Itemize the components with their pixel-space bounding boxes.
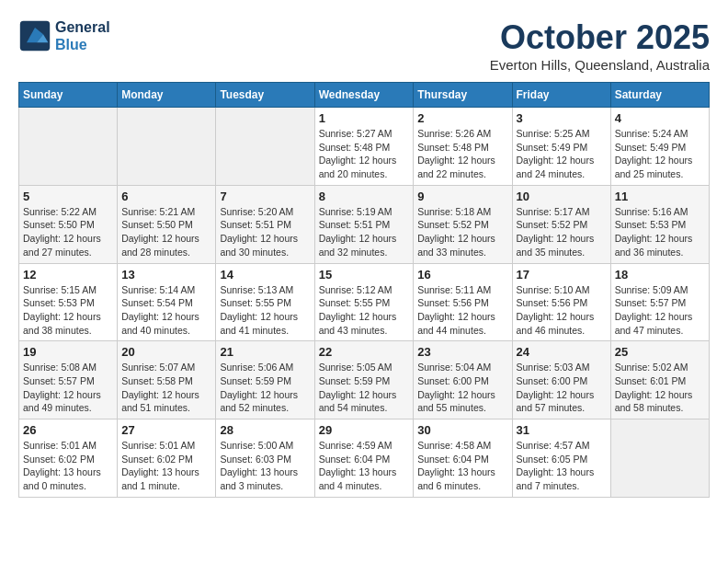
- day-cell: 2Sunrise: 5:26 AM Sunset: 5:48 PM Daylig…: [414, 108, 512, 186]
- day-cell: 23Sunrise: 5:04 AM Sunset: 6:00 PM Dayli…: [414, 341, 512, 419]
- day-number: 6: [121, 190, 211, 203]
- day-info: Sunrise: 5:07 AM Sunset: 5:58 PM Dayligh…: [121, 361, 211, 415]
- logo: General Blue: [18, 18, 110, 53]
- day-number: 3: [517, 111, 607, 125]
- logo-text: General Blue: [55, 18, 110, 53]
- day-cell: 19Sunrise: 5:08 AM Sunset: 5:57 PM Dayli…: [19, 341, 118, 419]
- day-cell: 12Sunrise: 5:15 AM Sunset: 5:53 PM Dayli…: [19, 263, 118, 341]
- day-info: Sunrise: 5:12 AM Sunset: 5:55 PM Dayligh…: [319, 283, 410, 338]
- day-number: 15: [319, 268, 410, 282]
- day-info: Sunrise: 4:58 AM Sunset: 6:04 PM Dayligh…: [417, 439, 507, 493]
- day-info: Sunrise: 4:59 AM Sunset: 6:04 PM Dayligh…: [319, 439, 410, 493]
- day-cell: [216, 108, 314, 186]
- day-info: Sunrise: 5:13 AM Sunset: 5:55 PM Dayligh…: [220, 283, 310, 338]
- location: Everton Hills, Queensland, Australia: [490, 57, 710, 73]
- day-cell: 9Sunrise: 5:18 AM Sunset: 5:52 PM Daylig…: [414, 185, 512, 263]
- day-cell: 8Sunrise: 5:19 AM Sunset: 5:51 PM Daylig…: [314, 185, 414, 263]
- day-cell: 6Sunrise: 5:21 AM Sunset: 5:50 PM Daylig…: [118, 185, 216, 263]
- days-header-row: SundayMondayTuesdayWednesdayThursdayFrid…: [19, 83, 710, 108]
- calendar-table: SundayMondayTuesdayWednesdayThursdayFrid…: [18, 82, 710, 498]
- day-info: Sunrise: 5:02 AM Sunset: 6:01 PM Dayligh…: [615, 361, 705, 415]
- day-number: 5: [23, 190, 113, 203]
- week-row-3: 12Sunrise: 5:15 AM Sunset: 5:53 PM Dayli…: [19, 263, 710, 341]
- day-number: 20: [121, 345, 211, 359]
- day-number: 2: [417, 111, 507, 125]
- day-cell: 4Sunrise: 5:24 AM Sunset: 5:49 PM Daylig…: [610, 108, 709, 186]
- day-info: Sunrise: 5:21 AM Sunset: 5:50 PM Dayligh…: [121, 205, 211, 259]
- header-monday: Monday: [118, 83, 216, 108]
- day-cell: 10Sunrise: 5:17 AM Sunset: 5:52 PM Dayli…: [512, 185, 610, 263]
- day-cell: 27Sunrise: 5:01 AM Sunset: 6:02 PM Dayli…: [118, 419, 216, 498]
- day-cell: 13Sunrise: 5:14 AM Sunset: 5:54 PM Dayli…: [118, 263, 216, 341]
- day-cell: 14Sunrise: 5:13 AM Sunset: 5:55 PM Dayli…: [216, 263, 314, 341]
- day-info: Sunrise: 5:14 AM Sunset: 5:54 PM Dayligh…: [121, 283, 211, 338]
- day-cell: 24Sunrise: 5:03 AM Sunset: 6:00 PM Dayli…: [512, 341, 610, 419]
- header-thursday: Thursday: [414, 83, 512, 108]
- week-row-2: 5Sunrise: 5:22 AM Sunset: 5:50 PM Daylig…: [19, 185, 710, 263]
- header-saturday: Saturday: [610, 83, 709, 108]
- header-sunday: Sunday: [19, 83, 118, 108]
- day-number: 10: [517, 190, 607, 203]
- day-cell: [610, 419, 709, 498]
- day-cell: 1Sunrise: 5:27 AM Sunset: 5:48 PM Daylig…: [314, 108, 414, 186]
- day-cell: 26Sunrise: 5:01 AM Sunset: 6:02 PM Dayli…: [19, 419, 118, 498]
- day-info: Sunrise: 5:00 AM Sunset: 6:03 PM Dayligh…: [220, 439, 310, 493]
- day-info: Sunrise: 5:19 AM Sunset: 5:51 PM Dayligh…: [319, 205, 410, 259]
- week-row-5: 26Sunrise: 5:01 AM Sunset: 6:02 PM Dayli…: [19, 419, 710, 498]
- day-cell: 7Sunrise: 5:20 AM Sunset: 5:51 PM Daylig…: [216, 185, 314, 263]
- day-number: 23: [417, 345, 507, 359]
- day-number: 8: [319, 190, 410, 203]
- day-info: Sunrise: 5:09 AM Sunset: 5:57 PM Dayligh…: [615, 283, 705, 338]
- day-info: Sunrise: 5:15 AM Sunset: 5:53 PM Dayligh…: [23, 283, 113, 338]
- day-info: Sunrise: 5:01 AM Sunset: 6:02 PM Dayligh…: [121, 439, 211, 493]
- day-info: Sunrise: 5:01 AM Sunset: 6:02 PM Dayligh…: [23, 439, 113, 493]
- header-wednesday: Wednesday: [314, 83, 414, 108]
- day-info: Sunrise: 5:27 AM Sunset: 5:48 PM Dayligh…: [319, 127, 410, 181]
- day-info: Sunrise: 5:26 AM Sunset: 5:48 PM Dayligh…: [417, 127, 507, 181]
- day-cell: 29Sunrise: 4:59 AM Sunset: 6:04 PM Dayli…: [314, 419, 414, 498]
- day-info: Sunrise: 5:17 AM Sunset: 5:52 PM Dayligh…: [517, 205, 607, 259]
- day-cell: 5Sunrise: 5:22 AM Sunset: 5:50 PM Daylig…: [19, 185, 118, 263]
- day-cell: 20Sunrise: 5:07 AM Sunset: 5:58 PM Dayli…: [118, 341, 216, 419]
- day-number: 31: [517, 423, 607, 437]
- day-info: Sunrise: 5:24 AM Sunset: 5:49 PM Dayligh…: [615, 127, 705, 181]
- day-number: 28: [220, 423, 310, 437]
- day-info: Sunrise: 5:20 AM Sunset: 5:51 PM Dayligh…: [220, 205, 310, 259]
- month-title: October 2025: [490, 18, 710, 57]
- day-number: 18: [615, 268, 705, 282]
- day-number: 7: [220, 190, 310, 203]
- day-number: 29: [319, 423, 410, 437]
- day-info: Sunrise: 5:06 AM Sunset: 5:59 PM Dayligh…: [220, 361, 310, 415]
- day-number: 4: [615, 111, 705, 125]
- day-number: 17: [517, 268, 607, 282]
- day-number: 16: [417, 268, 507, 282]
- day-info: Sunrise: 5:05 AM Sunset: 5:59 PM Dayligh…: [319, 361, 410, 415]
- day-number: 11: [615, 190, 705, 203]
- page-header: General Blue October 2025 Everton Hills,…: [18, 18, 710, 73]
- day-info: Sunrise: 5:08 AM Sunset: 5:57 PM Dayligh…: [23, 361, 113, 415]
- day-number: 19: [23, 345, 113, 359]
- day-cell: 25Sunrise: 5:02 AM Sunset: 6:01 PM Dayli…: [610, 341, 709, 419]
- day-cell: 28Sunrise: 5:00 AM Sunset: 6:03 PM Dayli…: [216, 419, 314, 498]
- day-cell: 31Sunrise: 4:57 AM Sunset: 6:05 PM Dayli…: [512, 419, 610, 498]
- day-cell: 18Sunrise: 5:09 AM Sunset: 5:57 PM Dayli…: [610, 263, 709, 341]
- day-cell: 21Sunrise: 5:06 AM Sunset: 5:59 PM Dayli…: [216, 341, 314, 419]
- day-info: Sunrise: 5:03 AM Sunset: 6:00 PM Dayligh…: [517, 361, 607, 415]
- day-number: 22: [319, 345, 410, 359]
- week-row-4: 19Sunrise: 5:08 AM Sunset: 5:57 PM Dayli…: [19, 341, 710, 419]
- day-number: 21: [220, 345, 310, 359]
- day-number: 25: [615, 345, 705, 359]
- day-number: 30: [417, 423, 507, 437]
- day-cell: 11Sunrise: 5:16 AM Sunset: 5:53 PM Dayli…: [610, 185, 709, 263]
- day-info: Sunrise: 5:18 AM Sunset: 5:52 PM Dayligh…: [417, 205, 507, 259]
- day-number: 12: [23, 268, 113, 282]
- day-info: Sunrise: 5:16 AM Sunset: 5:53 PM Dayligh…: [615, 205, 705, 259]
- day-info: Sunrise: 4:57 AM Sunset: 6:05 PM Dayligh…: [517, 439, 607, 493]
- day-number: 1: [319, 111, 410, 125]
- day-cell: [19, 108, 118, 186]
- day-cell: 3Sunrise: 5:25 AM Sunset: 5:49 PM Daylig…: [512, 108, 610, 186]
- day-info: Sunrise: 5:04 AM Sunset: 6:00 PM Dayligh…: [417, 361, 507, 415]
- day-number: 27: [121, 423, 211, 437]
- day-number: 14: [220, 268, 310, 282]
- day-cell: 17Sunrise: 5:10 AM Sunset: 5:56 PM Dayli…: [512, 263, 610, 341]
